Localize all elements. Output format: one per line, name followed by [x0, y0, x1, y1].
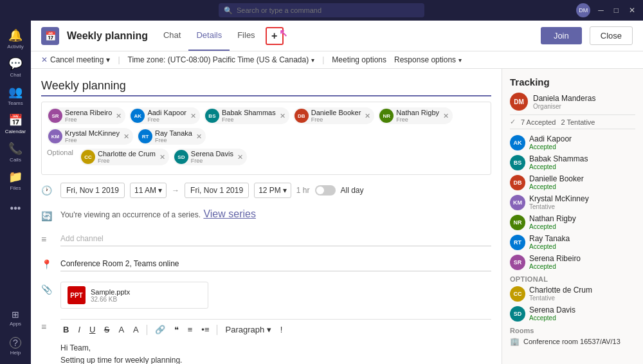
track-person-aadi: AK Aadi Kapoor Accepted: [510, 134, 635, 150]
avatar: DB: [510, 175, 525, 190]
italic-button[interactable]: I: [75, 323, 83, 336]
timezone-selector[interactable]: Time zone: (UTC-08:00) Pacific Time (US …: [128, 55, 315, 64]
start-date-picker[interactable]: Fri, Nov 1 2019: [60, 183, 125, 198]
exclamation-button[interactable]: !: [278, 323, 285, 336]
response-options-button[interactable]: Response options ▾: [394, 55, 462, 64]
sidebar-item-files[interactable]: 📁 Files: [3, 167, 28, 193]
end-date-picker[interactable]: Fri, Nov 1 2019: [185, 183, 249, 198]
remove-attendee-button[interactable]: ✕: [237, 153, 243, 161]
sidebar-item-teams[interactable]: 👥 Teams: [3, 82, 28, 108]
attendee-chip-serena-ribeiro: SR Serena Ribeiro Free ✕: [47, 107, 125, 124]
paragraph-selector[interactable]: Paragraph ▾: [222, 323, 273, 336]
cancel-meeting-button[interactable]: ✕ Cancel meeting ▾: [41, 55, 110, 64]
ordered-list-button[interactable]: ≡: [185, 323, 195, 336]
location-input[interactable]: [60, 257, 491, 271]
organiser-role: Organiser: [533, 103, 595, 110]
strikethrough-button[interactable]: S̶: [102, 323, 112, 336]
channel-input[interactable]: [60, 232, 491, 246]
window-close-button[interactable]: ✕: [626, 6, 638, 15]
optional-label: Optional: [47, 149, 73, 165]
sidebar-item-more[interactable]: •••: [3, 196, 28, 221]
channel-row: ≡: [41, 229, 491, 249]
user-avatar[interactable]: DM: [576, 3, 590, 17]
count-row: ✓ 7 Accepted 2 Tentative: [510, 114, 635, 129]
underline-button[interactable]: U: [87, 323, 98, 336]
remove-attendee-button[interactable]: ✕: [159, 153, 165, 161]
meeting-options-button[interactable]: Meeting options: [332, 55, 386, 64]
tab-chat[interactable]: Chat: [156, 21, 188, 51]
files-icon: 📁: [8, 170, 23, 184]
attendee-chip-ray-tanaka: RT Ray Tanaka Free ✕: [137, 128, 206, 145]
editor-line-2: Setting up time for weekly planning.: [60, 354, 491, 364]
minimize-button[interactable]: ─: [595, 6, 606, 15]
bold-button[interactable]: B: [60, 323, 71, 336]
view-series-link[interactable]: View series: [203, 208, 256, 219]
join-button[interactable]: Join: [541, 27, 582, 44]
meeting-title-input[interactable]: [41, 77, 491, 96]
organiser-avatar: DM: [510, 93, 528, 111]
allday-toggle[interactable]: [315, 185, 336, 196]
attachment-card[interactable]: PPT Sample.pptx 32.66 KB: [60, 282, 208, 309]
remove-attendee-button[interactable]: ✕: [196, 132, 202, 141]
toggle-knob: [316, 187, 324, 194]
sidebar: 🔔 Activity 💬 Chat 👥 Teams 📅 Calendar 📞 C…: [0, 21, 31, 364]
attendee-chip-nathan-rigby: NR Nathan Rigby Free ✕: [378, 107, 453, 124]
track-person-danielle: DB Danielle Booker Accepted: [510, 174, 635, 190]
plus-icon: +: [271, 30, 277, 42]
sidebar-item-help[interactable]: ? Help: [3, 333, 28, 359]
tab-files[interactable]: Files: [230, 21, 262, 51]
second-attendees-row: KM Krystal McKinney Free ✕ RT Ray Tanaka: [47, 128, 485, 145]
sidebar-item-calendar[interactable]: 📅 Calendar: [3, 111, 28, 136]
avatar: KM: [48, 129, 62, 143]
remove-attendee-button[interactable]: ✕: [443, 112, 449, 120]
attachment-name: Sample.pptx: [91, 288, 130, 296]
attachment-size: 32.66 KB: [91, 296, 130, 303]
track-person-serena-r: SR Serena Ribeiro Accepted: [510, 254, 635, 270]
title-bar-controls: DM ─ □ ✕: [576, 3, 638, 17]
avatar: DB: [294, 109, 309, 123]
accepted-count: 7 Accepted: [521, 118, 556, 126]
remove-attendee-button[interactable]: ✕: [190, 112, 196, 120]
editor-row: ≡ B I U S̶ A A 🔗 ❝ ≡: [41, 316, 491, 364]
rooms-section-label: Rooms: [510, 327, 635, 334]
avatar: SD: [174, 150, 188, 164]
restore-button[interactable]: □: [611, 6, 621, 15]
font-color-button[interactable]: A: [116, 323, 127, 336]
search-input[interactable]: [237, 6, 419, 14]
remove-attendee-button[interactable]: ✕: [116, 112, 122, 120]
start-time-picker[interactable]: 11 AM ▾: [130, 183, 167, 198]
font-size-button[interactable]: A: [131, 323, 141, 336]
remove-attendee-button[interactable]: ✕: [123, 132, 129, 141]
cancel-chevron-icon: ▾: [106, 55, 110, 64]
more-icon: •••: [10, 203, 21, 214]
rooms-item: 🏢 Conference room 16537/AV/13: [510, 337, 635, 346]
search-box[interactable]: 🔍: [219, 3, 424, 17]
link-button[interactable]: 🔗: [152, 323, 168, 336]
time-chevron-icon: ▾: [283, 186, 287, 195]
sidebar-item-apps[interactable]: ⊞ Apps: [3, 305, 28, 331]
calls-icon: 📞: [8, 141, 23, 156]
location-row: 📍: [41, 254, 491, 274]
close-meeting-button[interactable]: Close: [590, 26, 633, 45]
app-icon: 📅: [41, 27, 59, 45]
avatar: BS: [510, 155, 525, 170]
sidebar-item-chat[interactable]: 💬 Chat: [3, 54, 28, 80]
location-icon: 📍: [41, 259, 54, 269]
add-tab-button[interactable]: + ↖: [266, 27, 284, 45]
sidebar-item-label: Apps: [10, 321, 21, 327]
unordered-list-button[interactable]: •≡: [199, 323, 212, 336]
attendee-chip-charlotte: CC Charlotte de Crum Free ✕: [80, 149, 169, 165]
track-person-krystal: KM Krystal McKinney Tentative: [510, 194, 635, 210]
sidebar-item-calls[interactable]: 📞 Calls: [3, 139, 28, 165]
tab-details[interactable]: Details: [188, 21, 230, 51]
remove-attendee-button[interactable]: ✕: [365, 112, 370, 120]
quote-button[interactable]: ❝: [172, 323, 181, 336]
series-notice: You're viewing an occurrence of a series…: [60, 210, 201, 219]
sidebar-item-activity[interactable]: 🔔 Activity: [3, 26, 28, 51]
editor-content[interactable]: Hi Team, Setting up time for weekly plan…: [60, 340, 491, 364]
calendar-icon: 📅: [8, 113, 23, 127]
end-time-picker[interactable]: 12 PM ▾: [254, 183, 291, 198]
remove-attendee-button[interactable]: ✕: [280, 112, 285, 120]
tracking-panel: Tracking DM Daniela Manderas Organiser ✓…: [502, 69, 643, 364]
avatar: SR: [510, 255, 525, 270]
